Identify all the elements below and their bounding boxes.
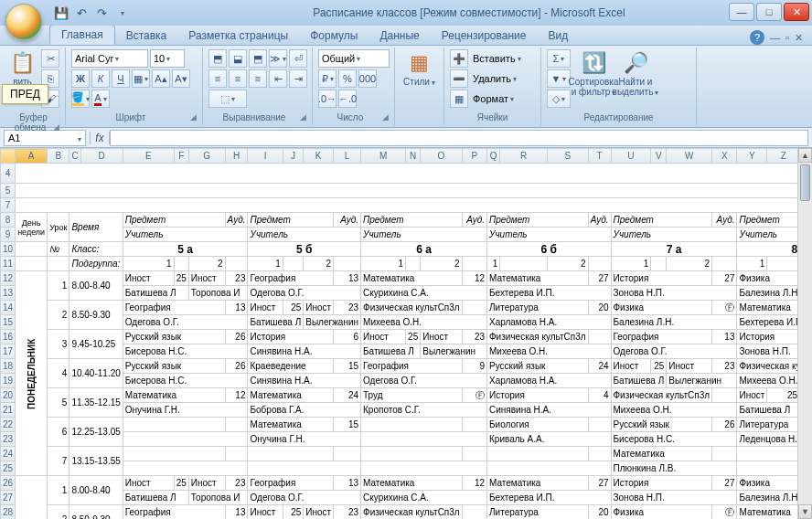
row-header-9[interactable]: 9 xyxy=(1,228,16,242)
row-header-4[interactable]: 4 xyxy=(1,164,16,184)
minimize-button[interactable]: — xyxy=(729,3,754,21)
col-header-G[interactable]: G xyxy=(188,149,225,164)
wrap-text-button[interactable]: ⏎ xyxy=(289,49,307,68)
row-header-21[interactable]: 21 xyxy=(1,403,16,418)
row-header-17[interactable]: 17 xyxy=(1,344,16,359)
col-header-W[interactable]: W xyxy=(667,149,712,164)
col-header-T[interactable]: T xyxy=(588,149,611,164)
close-doc-icon[interactable]: ✕ xyxy=(795,32,803,44)
col-header-I[interactable]: I xyxy=(248,149,283,164)
grow-font-button[interactable]: A▴ xyxy=(152,69,170,88)
scroll-up-icon[interactable]: ▲ xyxy=(798,148,812,163)
row-header-27[interactable]: 27 xyxy=(1,491,16,505)
undo-icon[interactable]: ↶ xyxy=(73,5,90,21)
col-header-V[interactable]: V xyxy=(651,149,667,164)
fill-color-button[interactable]: 🪣 xyxy=(71,90,90,108)
clipboard-dialog-icon[interactable]: ◢ xyxy=(53,122,59,132)
save-icon[interactable]: 💾 xyxy=(53,5,69,21)
underline-button[interactable]: Ч xyxy=(112,69,130,88)
currency-button[interactable]: ₽ xyxy=(318,69,337,88)
row-header-8[interactable]: 8 xyxy=(1,213,16,228)
office-button[interactable] xyxy=(5,4,42,40)
font-color-button[interactable]: A xyxy=(91,90,110,108)
col-header-R[interactable]: R xyxy=(500,149,548,164)
cut-button[interactable]: ✂ xyxy=(41,49,59,68)
row-header-22[interactable]: 22 xyxy=(1,418,16,432)
bold-button[interactable]: Ж xyxy=(71,69,90,88)
worksheet-grid[interactable]: ABCDEFGHIJKLMNOPQRSTUVWXYZAAABACADAEAFAG… xyxy=(0,148,812,519)
col-header-K[interactable]: K xyxy=(304,149,334,164)
col-header-O[interactable]: O xyxy=(421,149,462,164)
col-header-P[interactable]: P xyxy=(462,149,486,164)
redo-icon[interactable]: ↷ xyxy=(93,5,110,21)
tab-data[interactable]: Данные xyxy=(369,26,430,45)
paste-button[interactable]: 📋 вить xyxy=(7,49,37,89)
insert-cells-button[interactable]: Вставить xyxy=(470,49,524,68)
col-header-M[interactable]: M xyxy=(361,149,406,164)
row-header-15[interactable]: 15 xyxy=(1,315,16,330)
col-header-C[interactable]: C xyxy=(69,149,80,164)
font-name-combo[interactable]: Arial Cyr xyxy=(71,49,148,68)
minimize-ribbon-icon[interactable]: — xyxy=(770,32,780,43)
comma-button[interactable]: 000 xyxy=(358,69,377,88)
tab-home[interactable]: Главная xyxy=(49,25,115,45)
row-header-5[interactable]: 5 xyxy=(1,184,16,198)
col-header-U[interactable]: U xyxy=(611,149,651,164)
find-select-button[interactable]: 🔎 Найти и выделить xyxy=(616,49,655,100)
format-cells-button[interactable]: Формат xyxy=(470,90,517,108)
autosum-button[interactable]: Σ xyxy=(547,49,571,68)
sort-filter-button[interactable]: 🔃 Сортировка и фильтр xyxy=(574,49,613,100)
tab-formulas[interactable]: Формулы xyxy=(299,26,369,45)
increase-decimal-button[interactable]: .0→ xyxy=(318,90,337,108)
font-dialog-icon[interactable]: ◢ xyxy=(190,112,197,122)
row-header-20[interactable]: 20 xyxy=(1,388,16,403)
number-format-combo[interactable]: Общий xyxy=(318,49,390,68)
select-all-cell[interactable] xyxy=(1,149,16,164)
row-header-25[interactable]: 25 xyxy=(1,461,16,476)
alignment-dialog-icon[interactable]: ◢ xyxy=(300,112,306,122)
row-header-12[interactable]: 12 xyxy=(1,271,16,286)
shrink-font-button[interactable]: A▾ xyxy=(172,69,190,88)
align-right-button[interactable]: ≡ xyxy=(249,69,267,88)
row-header-10[interactable]: 10 xyxy=(1,242,16,257)
row-header-18[interactable]: 18 xyxy=(1,359,16,374)
percent-button[interactable]: % xyxy=(338,69,357,88)
window-controls-icon[interactable]: ▫ xyxy=(785,32,789,43)
row-header-16[interactable]: 16 xyxy=(1,330,16,344)
col-header-N[interactable]: N xyxy=(406,149,421,164)
scroll-thumb[interactable] xyxy=(800,164,810,201)
close-button[interactable]: ✕ xyxy=(784,3,809,21)
delete-cells-button[interactable]: Удалить xyxy=(470,69,519,88)
row-header-19[interactable]: 19 xyxy=(1,374,16,388)
align-middle-button[interactable]: ⬓ xyxy=(229,49,247,68)
align-center-button[interactable]: ≡ xyxy=(229,69,247,88)
row-header-14[interactable]: 14 xyxy=(1,301,16,315)
col-header-X[interactable]: X xyxy=(712,149,737,164)
tab-view[interactable]: Вид xyxy=(537,26,579,45)
merge-button[interactable]: ⬚ xyxy=(208,90,247,108)
col-header-H[interactable]: H xyxy=(225,149,248,164)
orientation-button[interactable]: ≫ xyxy=(269,49,287,68)
formula-input[interactable] xyxy=(110,130,808,146)
decrease-decimal-button[interactable]: ←.0 xyxy=(338,90,357,108)
clear-button[interactable]: ◇ xyxy=(547,90,571,108)
row-header-23[interactable]: 23 xyxy=(1,432,16,447)
vertical-scrollbar[interactable]: ▲ ▼ xyxy=(797,148,812,519)
font-size-combo[interactable]: 10 xyxy=(150,49,185,68)
col-header-D[interactable]: D xyxy=(80,149,123,164)
col-header-L[interactable]: L xyxy=(334,149,361,164)
col-header-B[interactable]: B xyxy=(48,149,69,164)
decrease-indent-button[interactable]: ⇤ xyxy=(269,69,287,88)
tab-pagelayout[interactable]: Разметка страницы xyxy=(177,26,299,45)
scroll-down-icon[interactable]: ▼ xyxy=(798,504,812,519)
col-header-A[interactable]: A xyxy=(16,149,48,164)
tab-insert[interactable]: Вставка xyxy=(115,26,178,45)
row-header-26[interactable]: 26 xyxy=(1,476,16,491)
help-icon[interactable]: ? xyxy=(750,30,764,45)
border-button[interactable]: ▦ xyxy=(132,69,150,88)
styles-button[interactable]: ▦ Стили xyxy=(401,49,438,90)
col-header-J[interactable]: J xyxy=(283,149,304,164)
maximize-button[interactable]: □ xyxy=(756,3,782,21)
increase-indent-button[interactable]: ⇥ xyxy=(289,69,307,88)
align-bottom-button[interactable]: ⬒ xyxy=(249,49,267,68)
